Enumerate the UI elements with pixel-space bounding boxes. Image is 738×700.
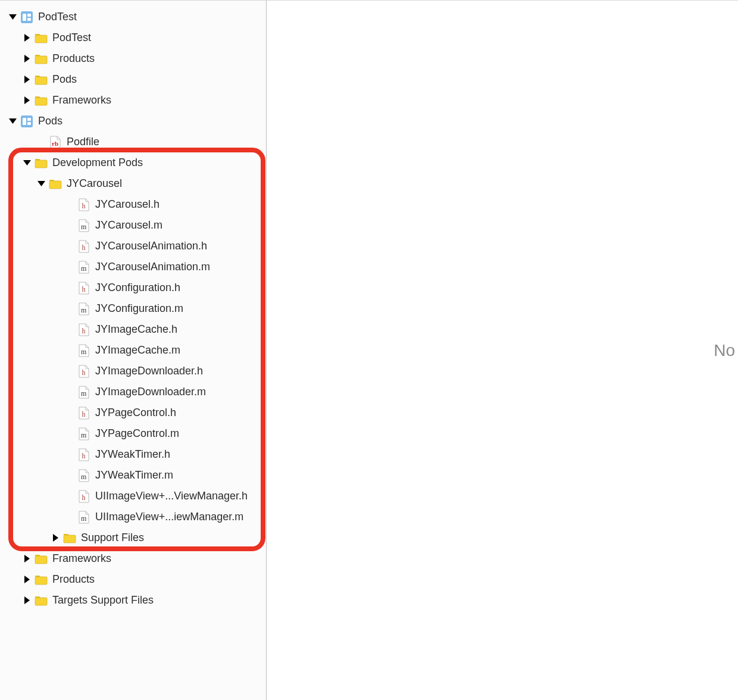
header-file-icon xyxy=(77,198,90,211)
impl-file-icon xyxy=(77,386,90,399)
impl-file-icon xyxy=(77,219,90,232)
tree-label: JYCarouselAnimation.h xyxy=(95,240,207,252)
disclosure-spacer xyxy=(64,241,75,252)
impl-file-icon xyxy=(77,302,90,315)
disclosure-spacer xyxy=(64,470,75,481)
tree-row-folder-products[interactable]: Products xyxy=(0,48,266,69)
folder-icon xyxy=(35,94,48,107)
no-editor-placeholder: No Ed xyxy=(714,341,738,360)
tree-label: JYImageDownloader.m xyxy=(95,386,206,398)
tree-label: PodTest xyxy=(52,32,91,44)
folder-icon xyxy=(35,573,48,586)
tree-row-folder-jycarousel[interactable]: JYCarousel xyxy=(0,173,266,194)
disclosure-spacer xyxy=(64,220,75,231)
project-navigator-sidebar[interactable]: PodTest PodTest Products Pods Framew xyxy=(0,1,267,700)
ruby-file-icon xyxy=(49,136,62,149)
folder-icon xyxy=(63,532,76,545)
tree-row-file[interactable]: JYImageDownloader.h xyxy=(0,361,266,382)
tree-row-file[interactable]: JYImageCache.h xyxy=(0,319,266,340)
header-file-icon xyxy=(77,365,90,378)
tree-row-project-pods[interactable]: Pods xyxy=(0,111,266,132)
tree-row-file[interactable]: UIImageView+...ViewManager.h xyxy=(0,486,266,507)
disclosure-triangle-down-icon[interactable] xyxy=(21,158,32,168)
tree-label: Pods xyxy=(52,73,77,86)
tree-row-folder-development-pods[interactable]: Development Pods xyxy=(0,152,266,173)
disclosure-spacer xyxy=(64,304,75,314)
disclosure-spacer xyxy=(64,324,75,335)
tree-row-folder-pods[interactable]: Pods xyxy=(0,69,266,90)
disclosure-spacer xyxy=(64,283,75,293)
tree-row-file-podfile[interactable]: Podfile xyxy=(0,132,266,152)
tree-label: JYConfiguration.h xyxy=(95,282,180,294)
xcode-project-icon xyxy=(20,115,33,128)
folder-icon xyxy=(49,177,62,190)
disclosure-triangle-right-icon[interactable] xyxy=(21,74,32,85)
disclosure-spacer xyxy=(64,408,75,418)
folder-icon xyxy=(35,552,48,565)
tree-row-file[interactable]: UIImageView+...iewManager.m xyxy=(0,507,266,527)
project-tree: PodTest PodTest Products Pods Framew xyxy=(0,7,266,611)
disclosure-triangle-down-icon[interactable] xyxy=(36,179,46,189)
folder-icon xyxy=(35,73,48,86)
header-file-icon xyxy=(77,448,90,461)
tree-row-folder-podtest[interactable]: PodTest xyxy=(0,27,266,48)
tree-row-file[interactable]: JYPageControl.m xyxy=(0,423,266,444)
editor-area: No Ed xyxy=(267,1,738,700)
tree-label: Products xyxy=(52,52,95,65)
tree-row-folder-targets-support[interactable]: Targets Support Files xyxy=(0,590,266,611)
tree-label: Targets Support Files xyxy=(52,594,154,607)
disclosure-spacer xyxy=(64,429,75,439)
tree-row-folder-support-files[interactable]: Support Files xyxy=(0,527,266,548)
tree-row-file[interactable]: JYPageControl.h xyxy=(0,402,266,423)
tree-row-folder-frameworks-2[interactable]: Frameworks xyxy=(0,548,266,569)
tree-label: JYCarouselAnimation.m xyxy=(95,261,210,273)
tree-label: UIImageView+...ViewManager.h xyxy=(95,490,248,502)
folder-icon xyxy=(35,157,48,170)
tree-label: Frameworks xyxy=(52,94,111,107)
tree-label: JYWeakTimer.m xyxy=(95,469,173,482)
disclosure-triangle-right-icon[interactable] xyxy=(21,574,32,585)
disclosure-spacer xyxy=(64,491,75,502)
disclosure-spacer xyxy=(64,387,75,398)
header-file-icon xyxy=(77,282,90,295)
tree-label: Podfile xyxy=(67,136,99,148)
header-file-icon xyxy=(77,407,90,420)
tree-label: JYWeakTimer.h xyxy=(95,448,170,461)
tree-row-file[interactable]: JYWeakTimer.h xyxy=(0,444,266,465)
disclosure-triangle-right-icon[interactable] xyxy=(21,33,32,43)
tree-row-file[interactable]: JYCarousel.h xyxy=(0,194,266,215)
disclosure-triangle-down-icon[interactable] xyxy=(7,116,18,127)
impl-file-icon xyxy=(77,427,90,440)
tree-row-file[interactable]: JYCarouselAnimation.m xyxy=(0,257,266,277)
tree-row-file[interactable]: JYWeakTimer.m xyxy=(0,465,266,486)
disclosure-spacer xyxy=(64,345,75,356)
tree-label: JYCarousel.m xyxy=(95,219,162,232)
tree-label: Products xyxy=(52,573,95,586)
impl-file-icon xyxy=(77,261,90,274)
folder-icon xyxy=(35,32,48,45)
disclosure-spacer xyxy=(64,512,75,523)
xcode-project-icon xyxy=(20,11,33,24)
disclosure-spacer xyxy=(36,137,46,148)
tree-row-file[interactable]: JYCarousel.m xyxy=(0,215,266,236)
tree-row-file[interactable]: JYImageCache.m xyxy=(0,340,266,361)
tree-row-file[interactable]: JYCarouselAnimation.h xyxy=(0,236,266,257)
disclosure-triangle-right-icon[interactable] xyxy=(21,54,32,64)
disclosure-triangle-right-icon[interactable] xyxy=(21,95,32,106)
disclosure-triangle-right-icon[interactable] xyxy=(21,595,32,606)
tree-row-file[interactable]: JYImageDownloader.m xyxy=(0,382,266,402)
tree-row-file[interactable]: JYConfiguration.h xyxy=(0,277,266,298)
disclosure-spacer xyxy=(64,199,75,210)
disclosure-triangle-right-icon[interactable] xyxy=(50,533,61,543)
header-file-icon xyxy=(77,490,90,503)
disclosure-triangle-right-icon[interactable] xyxy=(21,554,32,564)
disclosure-triangle-down-icon[interactable] xyxy=(7,12,18,23)
tree-row-folder-products-2[interactable]: Products xyxy=(0,569,266,590)
tree-row-file[interactable]: JYConfiguration.m xyxy=(0,298,266,319)
app-window: PodTest PodTest Products Pods Framew xyxy=(0,0,738,700)
tree-label: PodTest xyxy=(38,11,77,23)
tree-row-project-podtest[interactable]: PodTest xyxy=(0,7,266,27)
tree-label: JYPageControl.h xyxy=(95,407,176,419)
tree-row-folder-frameworks[interactable]: Frameworks xyxy=(0,90,266,111)
header-file-icon xyxy=(77,240,90,253)
